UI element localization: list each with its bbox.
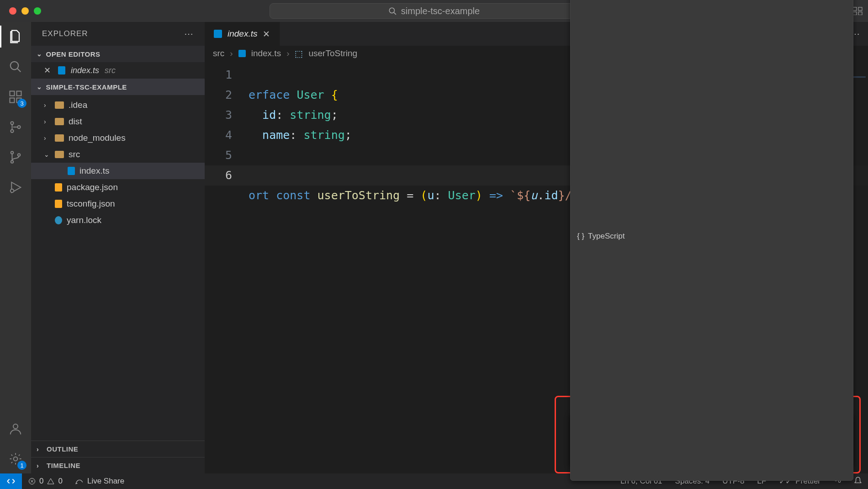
breadcrumb-symbol[interactable]: userToString bbox=[308, 48, 357, 58]
command-center-text: simple-tsc-example bbox=[401, 6, 480, 16]
braces-icon: { } bbox=[577, 232, 584, 241]
open-editor-filename: index.ts bbox=[71, 66, 99, 75]
maximize-window-button[interactable] bbox=[34, 7, 41, 15]
problems-status[interactable]: 0 0 bbox=[22, 473, 69, 489]
folder-icon bbox=[55, 101, 64, 109]
warning-count: 0 bbox=[58, 477, 62, 486]
tree-label: .idea bbox=[69, 100, 87, 110]
svg-point-21 bbox=[11, 151, 14, 154]
git-branch-icon[interactable] bbox=[7, 149, 24, 165]
settings-badge: 1 bbox=[17, 461, 26, 470]
chevron-right-icon: › bbox=[44, 118, 50, 125]
svg-rect-9 bbox=[858, 7, 862, 11]
svg-rect-8 bbox=[853, 7, 857, 11]
warning-icon bbox=[47, 478, 54, 485]
tree-folder-node-modules[interactable]: ›node_modules bbox=[31, 130, 205, 146]
breadcrumb-dir[interactable]: src bbox=[213, 48, 224, 58]
chevron-down-icon: ⌄ bbox=[44, 151, 50, 158]
file-tree: ›.idea ›dist ›node_modules ⌄src index.ts… bbox=[31, 95, 205, 229]
window-controls bbox=[9, 7, 41, 15]
symbol-icon: ⬚ bbox=[295, 48, 303, 59]
project-label: SIMPLE-TSC-EXAMPLE bbox=[46, 83, 127, 91]
run-debug-icon[interactable] bbox=[7, 179, 24, 196]
tree-file-index-ts[interactable]: index.ts bbox=[31, 163, 205, 179]
explorer-icon[interactable] bbox=[7, 28, 24, 45]
extensions-icon[interactable]: 3 bbox=[7, 89, 24, 105]
tree-label: yarn.lock bbox=[67, 215, 101, 225]
svg-line-13 bbox=[17, 69, 21, 72]
open-editor-item[interactable]: ✕ index.ts src bbox=[31, 62, 205, 79]
yarn-lock-icon bbox=[55, 216, 62, 224]
folder-icon bbox=[55, 134, 64, 142]
svg-rect-11 bbox=[858, 12, 862, 15]
close-icon[interactable]: ✕ bbox=[44, 65, 51, 75]
explorer-sidebar: EXPLORER ⋯ ⌄ OPEN EDITORS ✕ index.ts src… bbox=[31, 22, 205, 473]
close-tab-icon[interactable]: ✕ bbox=[263, 29, 270, 39]
search-icon[interactable] bbox=[7, 58, 24, 75]
outline-header[interactable]: ›OUTLINE bbox=[31, 441, 205, 457]
open-editors-label: OPEN EDITORS bbox=[46, 50, 101, 58]
tree-folder-src[interactable]: ⌄src bbox=[31, 146, 205, 163]
chevron-right-icon: › bbox=[44, 134, 50, 142]
error-icon bbox=[28, 478, 36, 485]
json-file-icon bbox=[55, 200, 62, 208]
tree-folder-idea[interactable]: ›.idea bbox=[31, 97, 205, 113]
open-editor-dir: src bbox=[105, 66, 116, 75]
sidebar-more-icon[interactable]: ⋯ bbox=[184, 28, 194, 39]
svg-point-24 bbox=[11, 189, 14, 193]
timeline-header[interactable]: ›TIMELINE bbox=[31, 457, 205, 473]
language-status[interactable]: { }TypeScript bbox=[570, 0, 853, 481]
tree-label: index.ts bbox=[79, 166, 109, 176]
tree-label: src bbox=[69, 149, 80, 159]
chevron-right-icon: › bbox=[37, 446, 43, 453]
typescript-file-icon bbox=[238, 50, 246, 57]
typescript-file-icon bbox=[214, 30, 222, 38]
svg-line-1 bbox=[394, 12, 396, 15]
tab-label: index.ts bbox=[228, 29, 257, 39]
tree-file-yarn-lock[interactable]: yarn.lock bbox=[31, 212, 205, 229]
svg-point-25 bbox=[13, 424, 18, 429]
line-gutter: 123456 bbox=[205, 61, 243, 186]
svg-point-20 bbox=[17, 126, 20, 128]
language-label: TypeScript bbox=[588, 232, 625, 241]
activity-bar: 3 1 bbox=[0, 22, 31, 473]
breadcrumb-file[interactable]: index.ts bbox=[251, 48, 281, 58]
tree-label: tsconfig.json bbox=[67, 199, 115, 209]
extensions-badge: 3 bbox=[17, 99, 26, 108]
chevron-right-icon: › bbox=[44, 101, 50, 109]
outline-label: OUTLINE bbox=[47, 445, 78, 453]
settings-gear-icon[interactable]: 1 bbox=[7, 451, 24, 467]
sidebar-header: EXPLORER ⋯ bbox=[31, 22, 205, 46]
customize-layout-icon[interactable] bbox=[852, 7, 863, 15]
tree-file-tsconfig-json[interactable]: tsconfig.json bbox=[31, 196, 205, 212]
svg-point-18 bbox=[11, 122, 13, 124]
chevron-right-icon: › bbox=[230, 48, 233, 58]
typescript-file-icon bbox=[58, 66, 65, 74]
tree-file-package-json[interactable]: package.json bbox=[31, 179, 205, 196]
open-editors-header[interactable]: ⌄ OPEN EDITORS bbox=[31, 46, 205, 62]
remote-indicator[interactable] bbox=[0, 473, 22, 489]
close-window-button[interactable] bbox=[9, 7, 16, 15]
svg-rect-10 bbox=[853, 12, 857, 15]
svg-rect-15 bbox=[10, 98, 15, 103]
json-file-icon bbox=[55, 183, 62, 191]
folder-icon bbox=[55, 118, 64, 125]
status-bar: 0 0 Live Share Ln 6, Col 61 Spaces: 4 UT… bbox=[0, 473, 868, 489]
tab-index-ts[interactable]: index.ts ✕ bbox=[205, 22, 280, 46]
svg-point-23 bbox=[18, 154, 21, 156]
project-header[interactable]: ⌄ SIMPLE-TSC-EXAMPLE bbox=[31, 79, 205, 95]
source-control-icon[interactable] bbox=[7, 119, 24, 135]
tree-folder-dist[interactable]: ›dist bbox=[31, 113, 205, 130]
error-count: 0 bbox=[39, 477, 43, 486]
folder-open-icon bbox=[55, 151, 64, 158]
accounts-icon[interactable] bbox=[7, 420, 24, 437]
live-share-status[interactable]: Live Share bbox=[69, 473, 131, 489]
live-share-label: Live Share bbox=[87, 477, 124, 486]
command-center[interactable]: simple-tsc-example bbox=[270, 3, 598, 19]
minimize-window-button[interactable] bbox=[21, 7, 29, 15]
chevron-down-icon: ⌄ bbox=[37, 83, 42, 90]
tree-label: package.json bbox=[67, 182, 118, 192]
svg-point-19 bbox=[11, 130, 13, 133]
svg-point-12 bbox=[11, 62, 19, 70]
chevron-down-icon: ⌄ bbox=[37, 50, 42, 58]
